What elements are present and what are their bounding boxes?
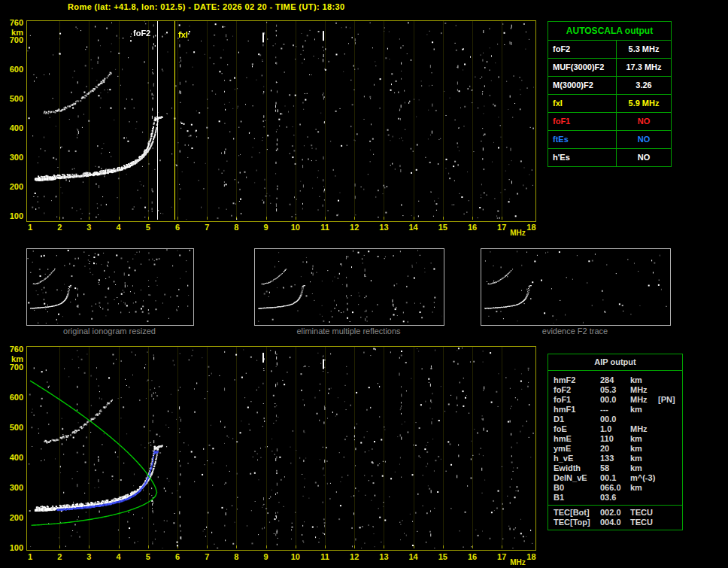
- x-tick-bottom-7: 7: [198, 552, 216, 562]
- autoscala-label-fof2: foF2: [548, 41, 617, 58]
- x-tick-bottom-6: 6: [168, 552, 187, 562]
- thumb-multiple-reflections: [254, 248, 444, 326]
- x-tick-bottom-5: 5: [139, 552, 157, 562]
- fxi-marker-line: [174, 21, 175, 220]
- aip-row-hmf2: hmF2284km: [548, 375, 682, 385]
- aip-row-h-ve: h_vE133km: [548, 454, 682, 463]
- aip-row-hme-c-l: hmE: [548, 434, 600, 444]
- y-unit-top: km: [0, 28, 23, 38]
- autoscala-label-fxi: fxI: [548, 95, 617, 112]
- x-tick-bottom-2: 2: [50, 552, 68, 562]
- thumb-caption-multiple-reflections: eliminate multiple reflections: [254, 327, 443, 336]
- aip-tec-row-tec-bot-c-u: TECU: [630, 508, 658, 518]
- aip-row-hmf2-c-v: 284: [600, 375, 630, 385]
- station-date-title: Rome (lat: +41.8, lon: 012.5) - DATE: 20…: [68, 2, 345, 11]
- autoscala-rows: foF25.3 MHzMUF(3000)F217.3 MHzM(3000)F23…: [548, 40, 671, 166]
- x-tick-top-4: 4: [110, 223, 128, 232]
- y-tick-bottom-100: 100: [0, 543, 23, 553]
- ionogram-main-plot: [26, 20, 536, 222]
- x-tick-top-7: 7: [198, 223, 216, 232]
- y-tick-bottom-760: 760: [0, 345, 23, 354]
- x-tick-top-16: 16: [463, 223, 481, 232]
- thumb-original-ionogram: [26, 248, 194, 326]
- thumb-multiple-reflections-canvas: [255, 249, 442, 323]
- autoscala-row-fof1: foF1NO: [548, 112, 671, 130]
- autoscala-window: Rome (lat: +41.8, lon: 012.5) - DATE: 20…: [0, 0, 728, 568]
- x-tick-top-5: 5: [139, 223, 157, 232]
- x-tick-bottom-4: 4: [110, 552, 128, 562]
- aip-row-hmf1-c-e: [658, 405, 682, 415]
- fxi-marker-label: fxI: [178, 30, 188, 39]
- y-tick-top-500: 500: [0, 94, 23, 104]
- x-tick-bottom-3: 3: [80, 552, 98, 562]
- aip-row-hme-c-u: km: [630, 434, 658, 444]
- x-tick-top-2: 2: [50, 223, 68, 232]
- autoscala-value-fof1: NO: [617, 113, 671, 130]
- x-tick-bottom-16: 16: [463, 552, 481, 562]
- thumb-f2-trace-canvas: [481, 249, 669, 323]
- aip-row-hmf2-c-e: [658, 375, 682, 385]
- autoscala-value-fxi: 5.9 MHz: [617, 95, 671, 112]
- x-tick-top-10: 10: [287, 223, 305, 232]
- aip-row-foe-c-u: MHz: [630, 424, 658, 434]
- aip-row-d1-c-u: [630, 415, 658, 424]
- fof2-marker-label: foF2: [133, 29, 150, 38]
- aip-row-deln-ve-c-l: DelN_vE: [548, 473, 600, 483]
- aip-table-header: AIP output: [548, 354, 682, 371]
- aip-row-d1-c-l: D1: [548, 415, 600, 424]
- aip-rows: hmF2284kmfoF205.3MHzfoF100.0MHz[PN]hmF1-…: [548, 371, 682, 503]
- aip-output-table: AIP output hmF2284kmfoF205.3MHzfoF100.0M…: [548, 354, 683, 530]
- aip-row-fof2-c-u: MHz: [630, 385, 658, 395]
- aip-row-ewidth-c-l: Ewidth: [548, 463, 600, 473]
- aip-row-fof1: foF100.0MHz[PN]: [548, 395, 682, 405]
- ionogram-main-canvas: [27, 21, 534, 220]
- autoscala-row-m-3000-f2: M(3000)F23.26: [548, 76, 671, 94]
- autoscala-row-muf-3000-f2: MUF(3000)F217.3 MHz: [548, 58, 671, 76]
- autoscala-label-fof1: foF1: [548, 113, 617, 130]
- x-tick-top-3: 3: [80, 223, 98, 232]
- x-tick-bottom-14: 14: [405, 552, 423, 562]
- y-unit-bottom: km: [0, 354, 23, 364]
- aip-row-b1-c-u: [630, 493, 658, 503]
- aip-row-deln-ve-c-v: 00.1: [600, 473, 630, 483]
- aip-row-hme-c-v: 110: [600, 434, 630, 444]
- x-tick-top-15: 15: [434, 223, 452, 232]
- aip-row-fof2-c-e: [658, 385, 682, 395]
- x-tick-bottom-9: 9: [257, 552, 275, 562]
- aip-row-hme: hmE110km: [548, 434, 682, 444]
- aip-row-hmf1-c-v: ---: [600, 405, 630, 415]
- aip-row-fof2-c-l: foF2: [548, 385, 600, 395]
- aip-row-deln-ve-c-e: [658, 473, 682, 483]
- y-tick-bottom-400: 400: [0, 453, 23, 463]
- autoscala-row-h-es: h'EsNO: [548, 148, 671, 166]
- aip-row-yme-c-l: ymE: [548, 444, 600, 454]
- x-tick-bottom-15: 15: [434, 552, 452, 562]
- aip-tec-row-tec-top-c-u: TECU: [630, 518, 658, 527]
- aip-tec-row-tec-top: TEC[Top]004.0TECU: [548, 518, 682, 527]
- aip-row-d1: D100.0: [548, 415, 682, 424]
- autoscala-value-ftes: NO: [617, 131, 671, 148]
- x-tick-top-1: 1: [21, 223, 39, 232]
- aip-tec-divider: [548, 505, 682, 506]
- aip-row-yme-c-u: km: [630, 444, 658, 454]
- x-unit-bottom: MHz: [510, 557, 526, 567]
- aip-row-h-ve-c-e: [658, 454, 682, 463]
- aip-tec-rows: TEC[Bot]002.0TECUTEC[Top]004.0TECU: [548, 508, 682, 527]
- aip-row-foe-c-l: foE: [548, 424, 600, 434]
- autoscala-table-header: AUTOSCALA output: [548, 22, 671, 40]
- x-tick-top-11: 11: [316, 223, 334, 232]
- aip-row-b1-c-l: B1: [548, 493, 600, 503]
- autoscala-label-h-es: h'Es: [548, 149, 617, 166]
- aip-row-h-ve-c-u: km: [630, 454, 658, 463]
- aip-row-fof1-c-v: 00.0: [600, 395, 630, 405]
- x-tick-bottom-13: 13: [375, 552, 393, 562]
- aip-row-foe-c-v: 1.0: [600, 424, 630, 434]
- autoscala-label-muf-3000-f2: MUF(3000)F2: [548, 59, 617, 76]
- aip-tec-row-tec-top-c-e: [658, 518, 682, 527]
- x-tick-top-9: 9: [257, 223, 275, 232]
- autoscala-value-h-es: NO: [617, 149, 671, 166]
- aip-row-deln-ve-c-u: m^(-3): [630, 473, 658, 483]
- y-tick-top-760: 760: [0, 18, 23, 28]
- aip-row-deln-ve: DelN_vE00.1m^(-3): [548, 473, 682, 483]
- y-tick-bottom-300: 300: [0, 483, 23, 493]
